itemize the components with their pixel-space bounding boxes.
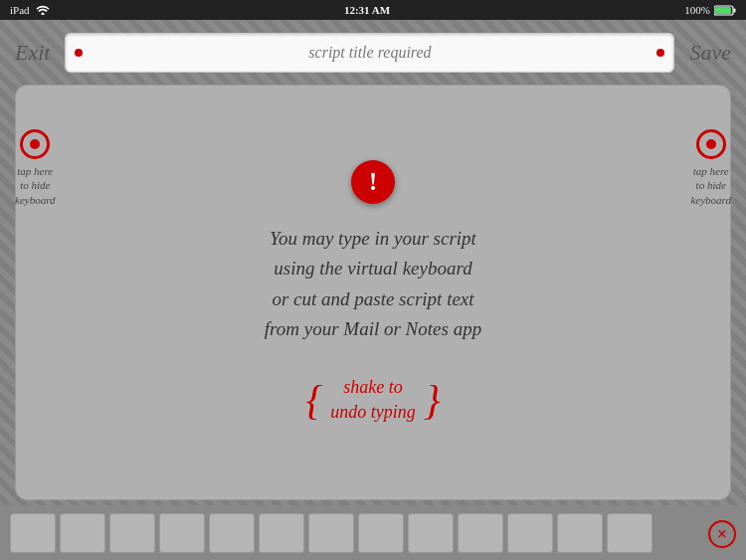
film-cell (308, 513, 354, 553)
exit-button[interactable]: Exit (15, 40, 50, 66)
main-area: Exit Save tap here to hide keyboard tap … (0, 20, 746, 560)
film-cell (607, 513, 653, 553)
battery-icon (714, 5, 736, 16)
shake-undo-box: { shake toundo typing } (305, 375, 440, 425)
content-area: ! You may type in your script using the … (15, 85, 731, 500)
status-left: iPad (10, 4, 50, 16)
film-cell (557, 513, 603, 553)
film-cell (10, 513, 56, 553)
wifi-icon (36, 5, 50, 15)
film-cell (159, 513, 205, 553)
right-brace: } (424, 379, 441, 421)
svg-rect-2 (734, 8, 736, 12)
script-title-input[interactable] (65, 33, 674, 73)
left-brace: { (305, 379, 322, 421)
instruction-text: You may type in your script using the vi… (265, 224, 481, 345)
film-cell (408, 513, 454, 553)
hide-keyboard-right-button[interactable] (696, 129, 726, 159)
status-right: 100% (684, 4, 736, 16)
shake-text: shake toundo typing (322, 375, 424, 425)
right-tap-group: tap here to hide keyboard (690, 129, 731, 207)
film-cell (60, 513, 105, 553)
save-button[interactable]: Save (689, 40, 731, 66)
right-tap-label: tap here to hide keyboard (690, 164, 731, 207)
svg-rect-3 (715, 7, 731, 14)
filmstrip-close-button[interactable] (708, 520, 736, 548)
left-tap-label: tap here to hide keyboard (15, 164, 56, 207)
film-cell (507, 513, 553, 553)
hide-keyboard-left-button[interactable] (20, 129, 50, 159)
warning-icon: ! (351, 160, 395, 204)
title-dot-right (656, 49, 664, 57)
title-input-wrapper (65, 33, 674, 73)
ipad-label: iPad (10, 4, 30, 16)
film-cell (458, 513, 503, 553)
film-cell (259, 513, 304, 553)
film-cell (109, 513, 155, 553)
filmstrip (0, 505, 746, 560)
top-bar: Exit Save (0, 20, 746, 85)
status-bar: iPad 12:31 AM 100% (0, 0, 746, 20)
status-time: 12:31 AM (344, 4, 390, 16)
left-tap-group: tap here to hide keyboard (15, 129, 56, 207)
film-cell (209, 513, 255, 553)
film-cell (358, 513, 404, 553)
title-dot-left (75, 49, 83, 57)
svg-point-0 (41, 13, 44, 16)
battery-percent: 100% (684, 4, 710, 16)
